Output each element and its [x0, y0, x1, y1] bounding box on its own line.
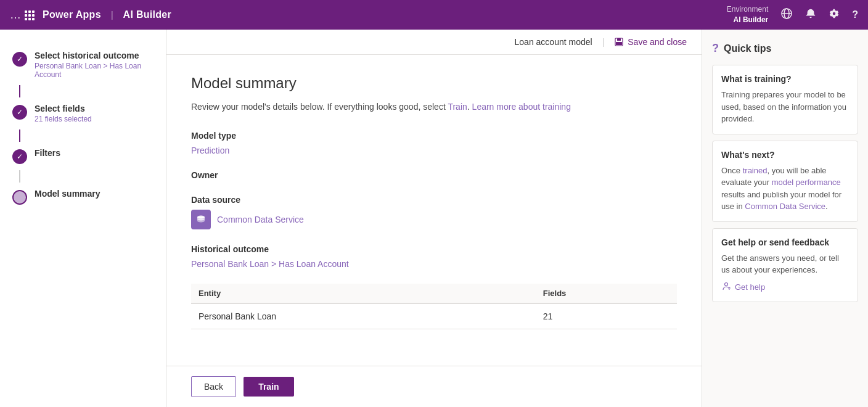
main-layout: ✓ Select historical outcome Personal Ban…: [0, 30, 868, 407]
owner-section: Owner: [191, 170, 677, 180]
quick-tips-header: ? Quick tips: [712, 42, 858, 55]
data-source-row: Common Data Service: [191, 210, 677, 229]
train-link[interactable]: Train: [448, 102, 467, 112]
data-source-label: Data source: [191, 195, 677, 205]
step-circle-1: ✓: [12, 52, 27, 67]
bell-icon[interactable]: [805, 8, 816, 22]
train-button[interactable]: Train: [244, 377, 293, 397]
environment-block: Environment AI Builder: [727, 4, 768, 25]
model-name-label: Loan account model: [515, 37, 592, 47]
entity-cell: Personal Bank Loan: [191, 303, 536, 329]
col-entity-header: Entity: [191, 284, 536, 303]
grid-icon[interactable]: …: [10, 9, 35, 22]
content-wrapper: Loan account model | Save and close Mode…: [166, 30, 702, 407]
save-close-button[interactable]: Save and close: [614, 37, 687, 47]
quick-tips-panel: ? Quick tips What is training? Training …: [702, 30, 868, 407]
step-title-1: Select historical outcome: [35, 51, 154, 60]
content-top-bar: Loan account model | Save and close: [166, 30, 702, 55]
step-circle-4: [12, 190, 27, 205]
save-icon: [614, 37, 624, 47]
get-help-icon: [721, 281, 731, 293]
model-perf-link[interactable]: model performance: [772, 178, 841, 187]
environment-name: AI Builder: [727, 15, 768, 25]
tip-card-whats-next: What's next? Once trained, you will be a…: [712, 141, 858, 222]
step-title-4: Model summary: [35, 189, 100, 199]
back-button[interactable]: Back: [191, 376, 236, 397]
learn-more-link[interactable]: Learn more about training: [472, 102, 571, 112]
nav-right: Environment AI Builder ?: [727, 4, 858, 25]
tip-card-title-1: What's next?: [721, 150, 849, 160]
table-row: Personal Bank Loan 21: [191, 303, 677, 329]
subtitle-text-before: Review your model's details below. If ev…: [191, 102, 448, 112]
tip-card-title-2: Get help or send feedback: [721, 237, 849, 247]
svg-rect-3: [25, 14, 27, 17]
connector-3: [19, 170, 20, 183]
app-title: Power Apps: [43, 9, 101, 20]
step-content-2: Select fields 21 fields selected: [35, 104, 92, 123]
owner-label: Owner: [191, 170, 677, 180]
tip-card-body-1: Once trained, you will be able evaluate …: [721, 165, 849, 213]
sidebar-item-select-historical-outcome[interactable]: ✓ Select historical outcome Personal Ban…: [0, 44, 166, 85]
svg-rect-14: [616, 42, 622, 45]
historical-outcome-value[interactable]: Personal Bank Loan > Has Loan Account: [191, 259, 677, 269]
cds-icon: [191, 210, 211, 229]
step-title-2: Select fields: [35, 104, 92, 113]
tip-card-body-2: Get the answers you need, or tell us abo…: [721, 252, 849, 276]
svg-rect-6: [25, 18, 27, 20]
main-content-area: Model summary Review your model's detail…: [166, 55, 702, 366]
page-subtitle: Review your model's details below. If ev…: [191, 101, 677, 113]
sidebar-item-select-fields[interactable]: ✓ Select fields 21 fields selected: [0, 97, 166, 130]
sidebar-item-filters[interactable]: ✓ Filters: [0, 142, 166, 170]
svg-rect-2: [32, 10, 35, 13]
action-bar: Back Train: [166, 366, 702, 407]
subtitle-text-mid: .: [467, 102, 472, 112]
model-type-label: Model type: [191, 131, 677, 141]
cds-link[interactable]: Common Data Service: [745, 202, 825, 211]
step-content-4: Model summary: [35, 189, 100, 199]
save-close-label: Save and close: [628, 37, 687, 47]
tip-card-title-0: What is training?: [721, 74, 849, 84]
historical-outcome-section: Historical outcome Personal Bank Loan > …: [191, 244, 677, 269]
step-circle-3: ✓: [12, 149, 27, 164]
quick-tips-icon: ?: [712, 42, 719, 55]
step-content-1: Select historical outcome Personal Bank …: [35, 51, 154, 79]
sidebar: ✓ Select historical outcome Personal Ban…: [0, 30, 166, 407]
connector-1: [19, 85, 20, 97]
step-subtitle-1: Personal Bank Loan > Has Loan Account: [35, 62, 154, 79]
globe-icon[interactable]: [780, 7, 793, 22]
svg-rect-1: [28, 10, 31, 13]
svg-rect-13: [617, 38, 621, 41]
tip-card-get-help: Get help or send feedback Get the answer…: [712, 228, 858, 302]
top-navigation: … Power Apps | AI Builder Environment AI…: [0, 0, 868, 30]
col-fields-header: Fields: [536, 284, 677, 303]
tip-card-what-is-training: What is training? Training prepares your…: [712, 65, 858, 134]
top-bar-divider: |: [602, 37, 605, 47]
step-circle-2: ✓: [12, 105, 27, 120]
connector-2: [19, 130, 20, 142]
help-icon[interactable]: ?: [852, 9, 858, 20]
quick-tips-title: Quick tips: [724, 43, 771, 54]
data-source-value[interactable]: Common Data Service: [217, 215, 304, 224]
model-type-value: Prediction: [191, 146, 677, 155]
svg-rect-8: [32, 18, 35, 20]
svg-rect-5: [32, 14, 35, 17]
page-title: Model summary: [191, 75, 677, 92]
module-title: AI Builder: [123, 9, 172, 20]
sidebar-item-model-summary[interactable]: Model summary: [0, 183, 166, 211]
gear-icon[interactable]: [829, 8, 840, 22]
get-help-link[interactable]: Get help: [735, 282, 765, 292]
step-subtitle-2: 21 fields selected: [35, 115, 92, 123]
nav-separator: |: [111, 10, 113, 20]
svg-rect-7: [28, 18, 31, 20]
get-help-row: Get help: [721, 281, 849, 293]
svg-rect-0: [25, 10, 27, 13]
step-title-3: Filters: [35, 148, 60, 158]
trained-link[interactable]: trained: [743, 166, 768, 175]
fields-cell: 21: [536, 303, 677, 329]
tip-card-body-0: Training prepares your model to be used,…: [721, 89, 849, 125]
svg-point-16: [725, 282, 728, 286]
step-content-3: Filters: [35, 148, 60, 158]
model-type-section: Model type Prediction: [191, 131, 677, 155]
data-source-section: Data source Common Data Service: [191, 195, 677, 229]
svg-rect-4: [28, 14, 31, 17]
